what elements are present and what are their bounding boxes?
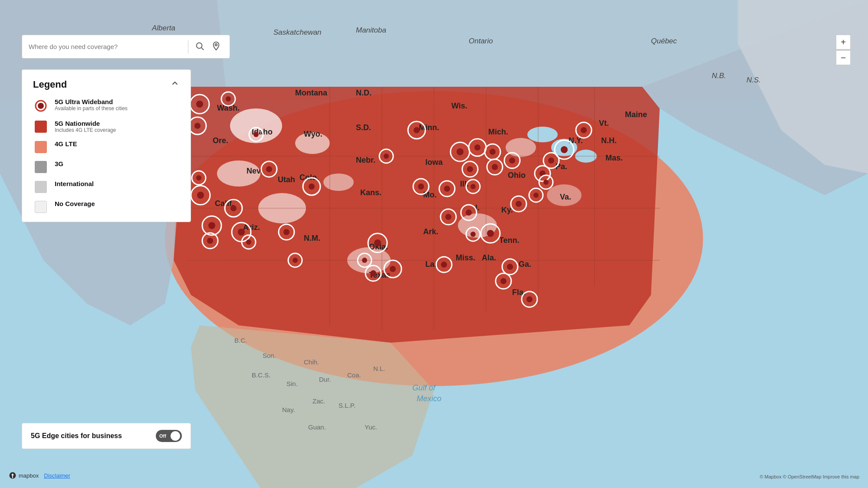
svg-point-148 [507,264,513,270]
legend-text-5g-nationwide: 5G Nationwide Includes 4G LTE coverage [55,120,180,133]
legend-title: Legend [33,79,67,90]
svg-text:Nebr.: Nebr. [356,156,375,164]
edge-toggle[interactable]: Off [156,430,182,442]
svg-point-150 [500,278,506,284]
svg-point-156 [246,239,251,245]
svg-point-170 [362,258,367,263]
svg-point-146 [526,296,533,302]
svg-text:Tenn.: Tenn. [499,236,519,245]
svg-point-183 [215,44,217,46]
svg-text:Mich.: Mich. [488,128,508,136]
attribution: © Mapbox © OpenStreetMap Improve this ma… [760,474,859,479]
svg-text:Dur.: Dur. [319,376,331,383]
svg-line-182 [201,48,204,50]
search-bar [22,35,230,59]
svg-text:Colo.: Colo. [299,173,319,182]
svg-point-104 [238,229,245,236]
svg-text:Ontario: Ontario [469,37,493,45]
svg-point-176 [226,96,231,102]
svg-point-126 [492,164,498,170]
svg-point-100 [207,238,213,244]
chevron-up-icon [170,79,180,88]
svg-text:N.L.: N.L. [373,365,385,372]
legend-panel: Legend 5G Ultra Wideband Available in pa… [22,69,191,222]
svg-text:Guan.: Guan. [308,423,326,431]
svg-text:Manitoba: Manitoba [356,26,386,34]
mapbox-label: mapbox [19,472,39,479]
svg-point-160 [384,154,389,159]
svg-point-172 [533,193,539,198]
svg-text:N.H.: N.H. [601,136,617,145]
svg-point-158 [293,258,298,263]
legend-icon-international [33,181,49,193]
svg-point-96 [197,192,204,199]
toggle-knob [171,431,180,441]
svg-text:N.S.: N.S. [746,76,761,84]
svg-point-140 [548,157,554,164]
legend-collapse-button[interactable] [170,79,180,90]
svg-text:Québec: Québec [651,37,677,45]
mapbox-logo: mapbox [9,472,39,479]
legend-icon-5g-nationwide [33,121,49,133]
svg-point-10 [506,138,536,157]
svg-text:Mexico: Mexico [417,394,441,403]
legend-icon-3g [33,161,49,173]
svg-text:Chih.: Chih. [304,358,319,366]
footer: mapbox Disclaimer [9,472,70,479]
svg-point-136 [516,201,522,207]
svg-point-185 [38,103,44,109]
svg-text:Nay.: Nay. [282,406,295,413]
location-icon [211,41,221,51]
svg-point-187 [12,474,14,476]
svg-point-174 [543,180,549,185]
svg-text:B.C.: B.C. [234,337,247,344]
svg-point-178 [253,132,259,137]
legend-item-international: International [33,180,180,193]
svg-text:Kans.: Kans. [360,188,381,197]
location-button[interactable] [209,39,223,54]
legend-icon-5g-ultra [33,99,49,113]
zoom-out-button[interactable]: − [836,50,851,65]
search-input[interactable] [29,43,184,50]
legend-icon-no-coverage [33,201,49,213]
svg-point-4 [230,108,282,143]
svg-point-180 [196,175,201,180]
svg-point-130 [466,210,472,216]
map-container[interactable]: Wash. Ore. Calif. Idaho Nev. Ariz. Monta… [0,0,868,488]
legend-item-5g-ultra: 5G Ultra Wideband Available in parts of … [33,98,180,113]
svg-text:Wis.: Wis. [451,102,467,110]
svg-text:Saskatchewan: Saskatchewan [273,28,322,36]
svg-text:S.D.: S.D. [356,123,371,132]
zoom-controls: + − [836,35,851,65]
svg-text:Ill.: Ill. [460,180,469,188]
legend-text-3g: 3G [55,160,180,167]
svg-point-128 [467,166,473,172]
svg-point-168 [370,270,376,276]
edge-label: 5G Edge cities for business [31,432,122,440]
legend-text-international: International [55,180,180,187]
svg-text:Coa.: Coa. [347,371,361,379]
disclaimer-link[interactable]: Disclaimer [44,472,70,479]
svg-text:La.: La. [425,260,437,269]
legend-item-no-coverage: No Coverage [33,200,180,213]
svg-point-132 [445,214,451,220]
svg-point-110 [390,266,396,272]
svg-text:Minn.: Minn. [419,123,439,132]
svg-text:Yuc.: Yuc. [365,423,377,431]
svg-text:Ark.: Ark. [423,227,438,236]
svg-text:Ga.: Ga. [519,260,531,269]
search-button[interactable] [193,39,207,54]
svg-point-124 [509,157,515,164]
svg-point-118 [444,186,450,192]
svg-text:Mas.: Mas. [605,154,623,162]
legend-text-4g-lte: 4G LTE [55,140,180,147]
svg-text:Ohio: Ohio [508,171,526,180]
legend-text-5g-ultra: 5G Ultra Wideband Available in parts of … [55,98,180,111]
zoom-in-button[interactable]: + [836,35,851,49]
svg-text:Fla.: Fla. [512,288,526,297]
svg-point-98 [208,222,215,229]
svg-text:N.M.: N.M. [304,234,320,242]
svg-point-181 [197,43,202,49]
svg-text:Zac.: Zac. [312,397,325,405]
svg-text:Wyo.: Wyo. [304,130,322,138]
